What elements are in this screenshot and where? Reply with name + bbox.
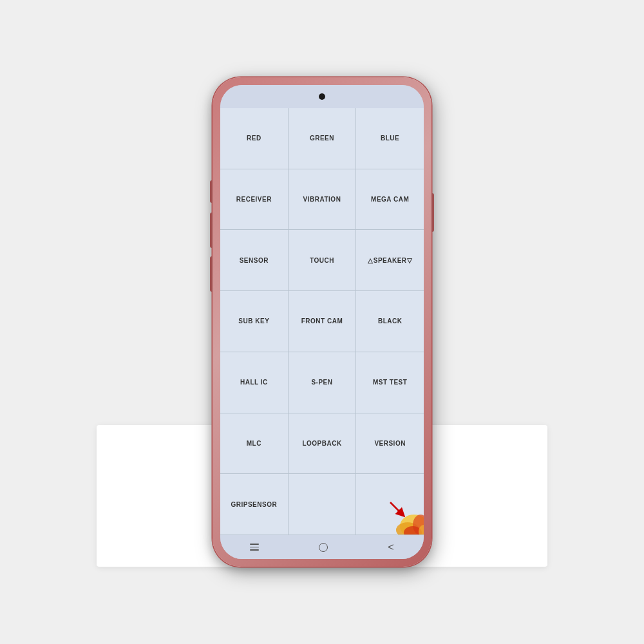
cell-green[interactable]: GREEN <box>289 108 356 169</box>
front-camera <box>319 93 325 100</box>
cell-mlc[interactable]: MLC <box>220 413 288 474</box>
cell-sensor[interactable]: SENSOR <box>220 230 288 290</box>
navigation-bar: < <box>220 535 424 559</box>
test-grid: RED GREEN BLUE RECEIVER VIBRATION <box>220 108 424 535</box>
cell-blue[interactable]: BLUE <box>356 108 424 169</box>
bixby-button[interactable] <box>210 256 213 292</box>
recent-apps-button[interactable] <box>250 544 259 551</box>
cell-arrow <box>356 474 424 535</box>
cell-loopback[interactable]: LOOPBACK <box>289 413 356 474</box>
camera-area <box>220 85 424 108</box>
svg-line-1 <box>390 502 402 514</box>
cell-red[interactable]: RED <box>220 108 288 169</box>
screen-bezel: RED GREEN BLUE RECEIVER VIBRATION <box>220 85 424 559</box>
cell-mst-test[interactable]: MST TEST <box>356 352 424 413</box>
red-arrow-icon <box>388 500 407 519</box>
back-button[interactable]: < <box>388 542 393 553</box>
scene: RED GREEN BLUE RECEIVER VIBRATION <box>0 0 644 644</box>
cell-vibration[interactable]: VIBRATION <box>289 169 356 230</box>
cell-empty-1 <box>289 474 356 535</box>
cell-front-cam[interactable]: FRONT CAM <box>289 291 356 352</box>
cell-black[interactable]: BLACK <box>356 291 424 352</box>
phone-frame: RED GREEN BLUE RECEIVER VIBRATION <box>213 77 431 567</box>
cell-version[interactable]: VERSION <box>356 413 424 474</box>
volume-up-button[interactable] <box>210 180 213 203</box>
screen-content: RED GREEN BLUE RECEIVER VIBRATION <box>220 108 424 535</box>
cell-mega-cam[interactable]: MEGA CAM <box>356 169 424 230</box>
cell-sub-key[interactable]: SUB KEY <box>220 291 288 352</box>
home-button[interactable] <box>319 543 328 552</box>
cell-touch[interactable]: TOUCH <box>289 230 356 290</box>
cell-speaker[interactable]: △SPEAKER▽ <box>356 230 424 290</box>
power-button[interactable] <box>431 193 434 232</box>
cell-receiver[interactable]: RECEIVER <box>220 169 288 230</box>
volume-down-button[interactable] <box>210 213 213 248</box>
cell-s-pen[interactable]: S-PEN <box>289 352 356 413</box>
cell-hall-ic[interactable]: HALL IC <box>220 352 288 413</box>
cell-gripsensor[interactable]: GRIPSENSOR <box>220 474 288 535</box>
